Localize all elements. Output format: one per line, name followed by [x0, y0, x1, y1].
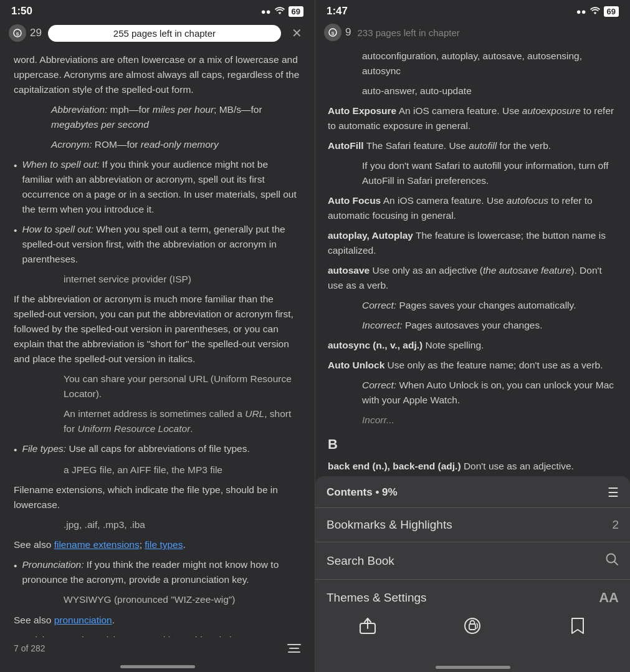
- overlay-item-themes[interactable]: Themes & Settings AA: [315, 579, 630, 616]
- home-indicator-left: [0, 658, 315, 672]
- r-autosync: autosync (n., v., adj.) Note spelling.: [328, 338, 618, 353]
- r-autounlock: Auto Unlock Use only as the feature name…: [328, 358, 618, 373]
- page-info-left: 7 of 282: [14, 643, 45, 653]
- r-correct-autounlock: Correct: When Auto Unlock is on, you can…: [362, 378, 618, 408]
- status-icons-left: ●● 69: [261, 6, 303, 17]
- pages-pill-left: 255 pages left in chapter: [48, 25, 281, 42]
- bookmarks-count: 2: [612, 518, 619, 532]
- search-label: Search Book: [327, 554, 394, 568]
- battery-icon-right: 69: [604, 6, 619, 17]
- sample-ext: .jpg, .aif, .mp3, .iba: [64, 517, 301, 532]
- bullet-dot-1: •: [14, 158, 17, 217]
- chapter-icon-left: S: [9, 24, 26, 42]
- text-abbrev-1: Abbreviation: mph—for miles per hour; MB…: [51, 102, 301, 132]
- svg-rect-9: [469, 624, 475, 630]
- r-autofocus: Auto Focus An iOS camera feature. Use au…: [328, 193, 618, 223]
- svg-text:S: S: [16, 32, 19, 36]
- bullet-dot-3: •: [14, 443, 17, 458]
- r-incorrect-autosave: Incorrect: Pages autosaves your changes.: [362, 318, 618, 333]
- time-right: 1:47: [327, 5, 348, 17]
- wifi-icon-right: [590, 6, 600, 16]
- content-left: word. Abbreviations are often lowercase …: [0, 46, 315, 637]
- themes-label: Themes & Settings: [327, 591, 427, 605]
- bullet-text-5: Articles: Use the article a or an with a…: [22, 633, 301, 637]
- r-autofill: AutoFill The Safari feature. Use autofil…: [328, 138, 618, 153]
- link-pronunciation[interactable]: pronunciation: [54, 615, 112, 625]
- chapter-num-left: 29: [30, 27, 42, 39]
- link-filename[interactable]: filename extensions: [54, 539, 140, 550]
- top-bar-left: S 29 255 pages left in chapter ✕: [0, 20, 315, 46]
- chapter-icon-right: S: [324, 24, 341, 41]
- time-left: 1:50: [11, 5, 32, 17]
- sample-url-1: You can share your personal URL (Uniform…: [64, 372, 301, 401]
- home-bar-right: [436, 666, 510, 669]
- link-file-types[interactable]: file types: [145, 539, 183, 550]
- bookmarks-label: Bookmarks & Highlights: [327, 518, 452, 532]
- sample-wysiwyg: WYSIWYG (pronounced "WIZ-zee-wig"): [64, 592, 301, 607]
- signal-icon-right: ●●: [576, 7, 586, 16]
- section-b: B: [328, 434, 618, 455]
- overlay-title: Contents • 9%: [327, 486, 398, 499]
- bullet-articles: • Articles: Use the article a or an with…: [14, 633, 301, 637]
- sample-isp: internet service provider (ISP): [64, 272, 301, 287]
- svg-line-5: [614, 562, 618, 565]
- sample-files: a JPEG file, an AIFF file, the MP3 file: [64, 463, 301, 478]
- bullet-text-3: File types: Use all caps for abbreviatio…: [22, 441, 249, 458]
- search-icon: [605, 552, 619, 569]
- pages-left-right: 233 pages left in chapter: [357, 27, 459, 38]
- text-abbrev-2: Acronym: ROM—for read-only memory: [51, 137, 301, 152]
- sample-url-2: An internet address is sometimes called …: [64, 406, 301, 436]
- r-autoplay: autoplay, Autoplay The feature is lowerc…: [328, 228, 618, 258]
- bottom-bar-left: 7 of 282: [0, 637, 315, 658]
- text-block-2: If the abbreviation or acronym is much m…: [14, 292, 301, 367]
- r-autosave: autosave Use only as an adjective (the a…: [328, 263, 618, 293]
- top-bar-right: S 9 233 pages left in chapter: [315, 20, 630, 45]
- r-autoexposure: Auto Exposure An iOS camera feature. Use…: [328, 103, 618, 133]
- r-correct-autosave: Correct: Pages saves your changes automa…: [362, 298, 618, 313]
- bullet-dot-4: •: [14, 559, 17, 587]
- battery-icon-left: 69: [289, 6, 303, 17]
- status-bar-left: 1:50 ●● 69: [0, 0, 315, 20]
- r-autoconfiguration: autoconfiguration, autoplay, autosave, a…: [362, 49, 618, 79]
- chapter-badge-right: S 9: [324, 24, 351, 41]
- r-auto-answer: auto-answer, auto-update: [362, 84, 618, 98]
- close-button-left[interactable]: ✕: [287, 24, 306, 42]
- bullet-how-spell: • How to spell out: When you spell out a…: [14, 222, 301, 267]
- bullet-text-2: How to spell out: When you spell out a t…: [22, 222, 301, 267]
- themes-icon: AA: [599, 590, 619, 606]
- chapter-badge-left: S 29: [9, 24, 42, 42]
- wifi-icon-left: [275, 6, 285, 16]
- menu-icon-left[interactable]: [287, 644, 301, 653]
- r-back-end: back end (n.), back-end (adj.) Don't use…: [328, 459, 618, 474]
- bullet-pronunciation: • Pronunciation: If you think the reader…: [14, 557, 301, 587]
- chapter-num-right: 9: [345, 26, 351, 39]
- overlay-item-bookmarks[interactable]: Bookmarks & Highlights 2: [315, 508, 630, 542]
- overlay-header: Contents • 9% ☰: [315, 476, 630, 507]
- bullet-text-4: Pronunciation: If you think the reader m…: [22, 557, 301, 587]
- text-see-also-2: See also pronunciation.: [14, 613, 301, 628]
- status-icons-right: ●● 69: [576, 6, 619, 17]
- r-incorrect-autounlock: Incorr...: [362, 413, 618, 428]
- bullet-dot-2: •: [14, 223, 17, 267]
- status-bar-right: 1:47 ●● 69: [315, 0, 630, 20]
- overlay-menu-icon[interactable]: ☰: [608, 485, 619, 500]
- text-block-3: Filename extensions, which indicate the …: [14, 482, 301, 512]
- overlay-item-search[interactable]: Search Book: [315, 542, 630, 579]
- left-panel: 1:50 ●● 69 S 29 255 pages left in chapte…: [0, 0, 315, 672]
- bullet-text-1: When to spell out: If you think your aud…: [22, 157, 301, 217]
- overlay-panel: Contents • 9% ☰ Bookmarks & Highlights 2…: [315, 476, 630, 616]
- signal-icon-left: ●●: [261, 7, 271, 16]
- svg-text:S: S: [332, 31, 335, 36]
- text-block-1: word. Abbreviations are often lowercase …: [14, 52, 301, 97]
- r-autofill-note: If you don't want Safari to autofill you…: [362, 158, 618, 188]
- right-panel: 1:47 ●● 69 S 9 233 pages left in chapter…: [315, 0, 630, 672]
- home-bar-left: [120, 665, 195, 668]
- bullet-spell-out: • When to spell out: If you think your a…: [14, 157, 301, 217]
- bullet-file-types: • File types: Use all caps for abbreviat…: [14, 441, 301, 458]
- home-indicator-right: [315, 658, 630, 672]
- text-see-also-1: See also filename extensions; file types…: [14, 537, 301, 552]
